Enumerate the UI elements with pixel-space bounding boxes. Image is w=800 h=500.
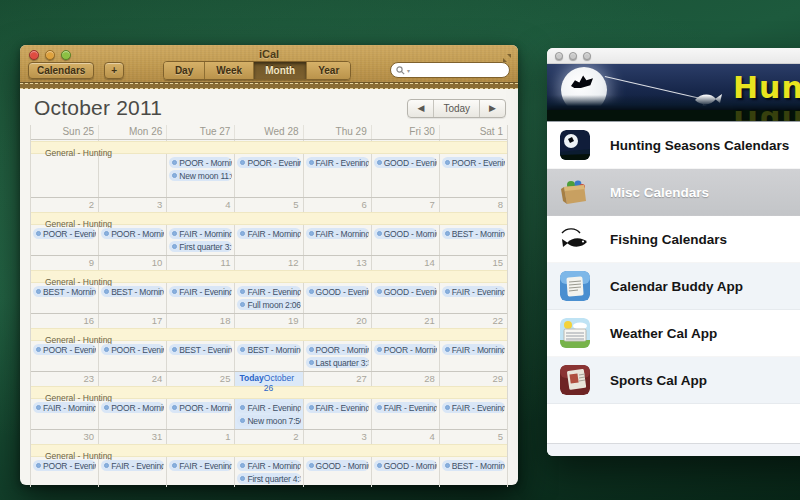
calendar-event[interactable]: POOR - Morning (374, 344, 437, 355)
all-day-event-banner[interactable]: General - Hunting (31, 444, 507, 457)
calendar-event[interactable]: Last quarter 3:30am (306, 357, 369, 368)
calendar-event[interactable]: GOOD - Morning (374, 460, 437, 471)
calendar-event[interactable]: FAIR - Evening (237, 286, 300, 297)
day-cell[interactable]: 28FAIR - Evening (372, 372, 440, 429)
search-input[interactable] (412, 65, 492, 75)
calendar-event[interactable]: BEST - Morning (442, 228, 505, 239)
day-cell[interactable]: 11FAIR - Evening (167, 256, 235, 313)
day-cell[interactable]: 30POOR - Evening (31, 430, 99, 487)
day-cell[interactable]: 31FAIR - Evening (99, 430, 167, 487)
calendars-button[interactable]: Calendars (28, 62, 94, 79)
ical-titlebar[interactable]: iCal Calendars + DayWeekMonthYear ▾ (20, 45, 518, 83)
calendar-event[interactable]: FAIR - Evening (101, 460, 164, 471)
calendar-event[interactable]: FAIR - Morning (237, 228, 300, 239)
calendar-event[interactable]: FAIR - Evening (442, 402, 505, 413)
calendar-event[interactable]: First quarter 3:15am (169, 241, 232, 252)
calendar-event[interactable]: FAIR - Morning (306, 228, 369, 239)
day-cell[interactable]: 2POOR - Evening (31, 198, 99, 255)
day-cell[interactable]: 12FAIR - EveningFull moon 2:06am (235, 256, 303, 313)
search-options-chevron-icon[interactable]: ▾ (407, 67, 410, 74)
calendar-event[interactable]: POOR - Morning (101, 228, 164, 239)
calendar-event[interactable]: BEST - Morning (442, 460, 505, 471)
all-day-event-banner[interactable]: General - Hunting (31, 328, 507, 341)
day-cell[interactable]: 15FAIR - Evening (440, 256, 507, 313)
day-cell[interactable]: 3GOOD - Morning (304, 430, 372, 487)
day-cell[interactable]: 5BEST - Morning (440, 430, 507, 487)
calendar-event[interactable]: FAIR - Morning (442, 344, 505, 355)
zoom-button[interactable] (61, 50, 71, 60)
calendar-event[interactable]: POOR - Morning (306, 344, 369, 355)
next-month-button[interactable]: ▶ (480, 100, 505, 117)
calendar-event[interactable]: POOR - Morning (169, 157, 232, 168)
catalog-item-misc-calendars[interactable]: Misc Calendars (547, 169, 800, 216)
day-cell[interactable]: 19BEST - Morning (235, 314, 303, 371)
day-cell[interactable]: 23FAIR - Morning (31, 372, 99, 429)
calendar-event[interactable]: FAIR - Evening (169, 286, 232, 297)
calendar-event[interactable]: POOR - Evening (33, 344, 96, 355)
day-cell[interactable]: 1FAIR - Evening (167, 430, 235, 487)
day-cell[interactable]: 24POOR - Morning (99, 372, 167, 429)
calendar-event[interactable]: FAIR - Morning (33, 402, 96, 413)
previous-month-button[interactable]: ◀ (408, 100, 434, 117)
view-segment-day[interactable]: Day (164, 62, 205, 79)
minimize-button[interactable] (569, 52, 577, 60)
day-cell[interactable]: 3POOR - Morning (99, 198, 167, 255)
calendar-event[interactable]: GOOD - Evening (306, 286, 369, 297)
day-cell[interactable]: 6FAIR - Morning (304, 198, 372, 255)
day-cell[interactable]: 22FAIR - Morning (440, 314, 507, 371)
calendar-event[interactable]: FAIR - Evening (442, 286, 505, 297)
day-cell[interactable]: 29FAIR - Evening (440, 372, 507, 429)
today-button[interactable]: Today (434, 100, 480, 117)
calendar-event[interactable]: POOR - Evening (101, 344, 164, 355)
catalog-item-sports-cal-app[interactable]: Sports Cal App (547, 357, 800, 404)
view-segment-year[interactable]: Year (307, 62, 350, 79)
calendar-event[interactable]: BEST - Morning (101, 286, 164, 297)
day-cell[interactable]: 25POOR - Morning (167, 372, 235, 429)
calendar-event[interactable]: GOOD - Morning (306, 460, 369, 471)
day-cell[interactable]: 8BEST - Morning (440, 198, 507, 255)
day-cell[interactable]: 10BEST - Morning (99, 256, 167, 313)
close-button[interactable] (555, 52, 563, 60)
day-cell[interactable]: 9BEST - Morning (31, 256, 99, 313)
day-cell[interactable]: 17POOR - Evening (99, 314, 167, 371)
calendar-event[interactable]: New moon 7:56pm (237, 415, 300, 426)
catalog-titlebar[interactable] (547, 48, 800, 64)
search-field[interactable]: ▾ (390, 62, 510, 78)
calendar-event[interactable]: New moon 11:09am (169, 170, 232, 181)
day-cell[interactable]: 16POOR - Evening (31, 314, 99, 371)
catalog-item-weather-cal-app[interactable]: Weather Cal App (547, 310, 800, 357)
calendar-event[interactable]: FAIR - Evening (306, 402, 369, 413)
all-day-event-banner[interactable]: General - Hunting (31, 270, 507, 283)
day-cell[interactable]: 18BEST - Evening (167, 314, 235, 371)
day-cell[interactable]: 27FAIR - Evening (304, 372, 372, 429)
calendar-event[interactable]: FAIR - Morning (169, 228, 232, 239)
calendar-event[interactable]: First quarter 4:38pm (237, 473, 300, 484)
day-cell[interactable]: 5FAIR - Morning (235, 198, 303, 255)
calendar-event[interactable]: POOR - Evening (33, 228, 96, 239)
calendar-event[interactable]: BEST - Morning (237, 344, 300, 355)
calendar-event[interactable]: POOR - Morning (101, 402, 164, 413)
add-event-button[interactable]: + (104, 62, 124, 79)
minimize-button[interactable] (45, 50, 55, 60)
calendar-event[interactable]: POOR - Evening (442, 157, 505, 168)
calendar-event[interactable]: GOOD - Evening (374, 286, 437, 297)
day-cell[interactable]: 21POOR - Morning (372, 314, 440, 371)
calendar-event[interactable]: GOOD - Morning (374, 228, 437, 239)
calendar-event[interactable]: BEST - Evening (169, 344, 232, 355)
day-cell[interactable]: 7GOOD - Morning (372, 198, 440, 255)
calendar-event[interactable]: BEST - Morning (33, 286, 96, 297)
calendar-event[interactable]: FAIR - Evening (306, 157, 369, 168)
calendar-event[interactable]: GOOD - Evening (374, 157, 437, 168)
catalog-item-calendar-buddy-app[interactable]: Calendar Buddy App (547, 263, 800, 310)
day-cell[interactable]: 20POOR - MorningLast quarter 3:30am (304, 314, 372, 371)
view-segment-week[interactable]: Week (205, 62, 254, 79)
zoom-button[interactable] (583, 52, 591, 60)
catalog-item-fishing-calendars[interactable]: Fishing Calendars (547, 216, 800, 263)
day-cell[interactable]: 2FAIR - MorningFirst quarter 4:38pm (235, 430, 303, 487)
day-cell[interactable]: TodayOctober 26FAIR - EveningNew moon 7:… (235, 372, 303, 429)
day-cell[interactable]: 4FAIR - MorningFirst quarter 3:15am (167, 198, 235, 255)
all-day-event-banner[interactable]: General - Hunting (31, 141, 507, 154)
day-cell[interactable]: 13GOOD - Evening (304, 256, 372, 313)
calendar-event[interactable]: FAIR - Evening (374, 402, 437, 413)
catalog-item-hunting-seasons-calendars[interactable]: Hunting Seasons Calendars (547, 122, 800, 169)
